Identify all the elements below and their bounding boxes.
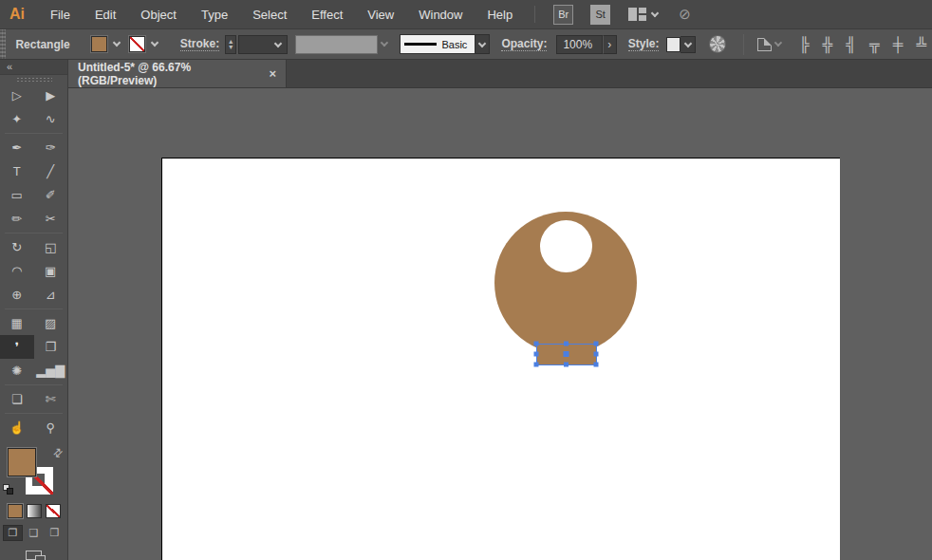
menu-select[interactable]: Select [240,8,299,22]
tool-pen[interactable]: ✒ [0,136,34,159]
tool-shape-builder[interactable]: ⊕ [0,283,34,307]
pendant-hole-circle[interactable] [540,220,592,272]
draw-normal-button[interactable]: ❐ [3,525,23,541]
stroke-weight-stepper[interactable]: ▲▼ [225,35,236,54]
stroke-weight-label[interactable]: Stroke: [180,37,219,51]
stroke-chevron-icon[interactable] [151,39,158,47]
menu-type[interactable]: Type [189,8,240,22]
draw-behind-button[interactable]: ❑ [24,525,44,541]
opacity-arrow-button[interactable]: › [603,35,617,54]
fill-color-control[interactable] [91,36,120,52]
tool-line-segment[interactable]: ╱ [34,159,68,183]
tool-blend[interactable]: ❐ [34,335,68,359]
selection-handle[interactable] [564,363,569,367]
tool-curvature[interactable]: ✑ [34,136,68,159]
style-swatch[interactable] [666,37,680,52]
bridge-button[interactable]: Br [553,5,573,25]
fill-indicator-brown[interactable] [8,448,36,476]
tool-rotate[interactable]: ↻ [0,235,34,259]
tool-eyedropper[interactable]: ❜ [0,335,34,359]
tool-rectangle[interactable]: ▭ [0,183,34,207]
style-chevron-button[interactable] [680,36,696,53]
tool-scissors[interactable]: ✂ [34,207,68,231]
document-tab[interactable]: Untitled-5* @ 66.67% (RGB/Preview) × [68,60,287,87]
control-bar-grip[interactable] [0,29,6,59]
draw-inside-button[interactable]: ❒ [45,525,65,541]
tools-panel-header[interactable]: « [0,60,67,75]
stock-button[interactable]: St [590,5,610,25]
default-fill-stroke-icon[interactable] [3,484,13,495]
tool-magic-wand[interactable]: ✦ [0,107,34,131]
recolor-artwork-icon[interactable] [709,35,726,53]
tool-hand[interactable]: ☝ [0,416,34,439]
tool-gradient[interactable]: ▨ [34,311,68,335]
gradient-button[interactable] [27,504,42,518]
brush-chevron-button[interactable] [475,34,491,54]
menu-edit[interactable]: Edit [83,8,128,22]
tool-lasso[interactable]: ∿ [34,107,68,131]
tools-panel-grip[interactable] [0,75,67,84]
screen-mode-icon[interactable] [26,551,42,560]
tool-paintbrush[interactable]: ✐ [34,183,68,207]
swap-fill-stroke-icon[interactable]: ⇄ [49,445,65,461]
tool-type[interactable]: T [0,159,34,183]
width-profile-dropdown[interactable] [295,35,378,54]
menu-view[interactable]: View [355,8,406,22]
tool-direct-selection[interactable]: ▶ [34,84,68,107]
fill-swatch[interactable] [91,36,107,52]
opacity-input[interactable]: 100% [556,35,602,54]
column-graph-icon: ▂▅▇ [36,364,65,378]
workspace-chevron-icon[interactable] [651,9,659,16]
tool-free-transform[interactable]: ▣ [34,259,68,283]
brush-definition-dropdown[interactable]: Basic [400,34,475,54]
horizontal-align-right-button[interactable]: ╣ [840,36,862,52]
style-label[interactable]: Style: [628,37,660,51]
tool-mesh[interactable]: ▦ [0,311,34,335]
opacity-label[interactable]: Opacity: [501,37,547,51]
tool-column-graph[interactable]: ▂▅▇ [34,359,68,383]
tool-scale[interactable]: ◱ [34,235,68,259]
menu-file[interactable]: File [38,8,83,22]
tool-slice[interactable]: ✄ [34,387,68,411]
selection-handle[interactable] [564,342,569,346]
menu-window[interactable]: Window [406,8,475,22]
scale-icon: ◱ [45,240,56,254]
selection-handle[interactable] [534,363,539,367]
tool-zoom[interactable]: ⚲ [34,416,68,439]
fill-chevron-icon[interactable] [113,39,121,47]
pen-icon: ✒ [11,140,22,155]
canvas-pasteboard[interactable] [68,88,932,560]
vertical-align-bottom-button[interactable]: ╩ [910,36,932,52]
selection-handle[interactable] [594,342,599,346]
selection-center-point[interactable] [564,351,569,357]
artboard[interactable] [161,158,840,560]
selection-handle[interactable] [594,363,599,367]
menu-help[interactable]: Help [475,8,525,22]
horizontal-align-left-button[interactable]: ╠ [793,36,815,52]
tool-pencil[interactable]: ✏ [0,207,34,231]
tool-width[interactable]: ◠ [0,259,34,283]
tool-symbol-sprayer[interactable]: ✺ [0,359,34,383]
vertical-align-center-button[interactable]: ╪ [887,36,909,52]
isolate-object-icon[interactable] [757,38,772,51]
tool-selection[interactable]: ▷ [0,84,34,107]
menu-object[interactable]: Object [128,8,189,22]
close-tab-icon[interactable]: × [269,66,276,81]
stroke-color-control[interactable] [129,36,158,52]
stroke-weight-dropdown[interactable] [238,35,288,54]
none-button[interactable] [46,504,61,518]
collapse-panel-icon[interactable]: « [7,61,12,72]
gpu-performance-icon[interactable]: ⊘ [679,6,691,23]
stroke-none-swatch[interactable] [129,36,145,52]
vertical-align-top-button[interactable]: ╦ [864,36,885,52]
workspace-switcher-icon[interactable] [628,8,646,21]
tool-perspective-grid[interactable]: ⊿ [34,283,68,307]
tool-artboard[interactable]: ❏ [0,387,34,411]
color-button[interactable] [8,504,23,518]
isolate-chevron-icon[interactable] [774,39,781,47]
menu-effect[interactable]: Effect [299,8,355,22]
selection-handle[interactable] [594,352,599,357]
horizontal-align-center-button[interactable]: ╬ [817,36,839,52]
selection-handle[interactable] [534,352,539,357]
selection-handle[interactable] [534,342,539,346]
